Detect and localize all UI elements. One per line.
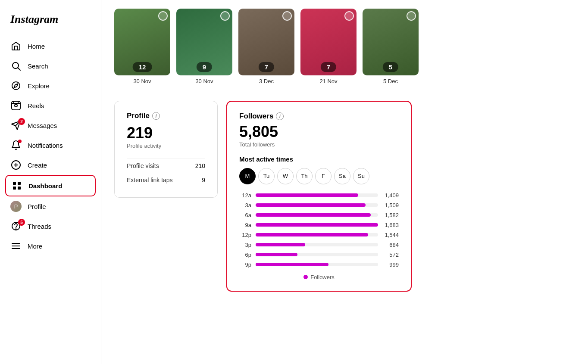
stat-label-external-taps: External link taps [127, 177, 173, 184]
bar-row-12a: 12a 1,409 [239, 192, 399, 199]
story-thumb-2: 7 [238, 9, 294, 75]
sidebar-item-create[interactable]: Create [5, 155, 96, 175]
sidebar-label-reels: Reels [28, 102, 44, 109]
bar-row-3a: 3a 1,509 [239, 202, 399, 208]
story-date-1: 30 Nov [195, 78, 213, 84]
day-btn-saturday[interactable]: Sa [334, 168, 350, 184]
bar-fill [256, 243, 305, 246]
followers-card-title: Followers i [239, 112, 399, 121]
bar-fill [256, 263, 328, 266]
story-item-1[interactable]: 9 30 Nov [176, 9, 232, 84]
sidebar-item-messages[interactable]: Messages 2 [5, 115, 96, 135]
day-btn-friday[interactable]: F [315, 168, 332, 184]
sidebar-item-dashboard[interactable]: Dashboard [5, 175, 96, 196]
more-icon [10, 240, 22, 252]
stat-value-profile-visits: 210 [195, 162, 205, 169]
day-btn-tuesday[interactable]: Tu [258, 168, 275, 184]
story-thumb-1: 9 [176, 9, 232, 75]
story-date-3: 21 Nov [319, 78, 337, 84]
bar-fill [256, 253, 297, 256]
legend-row: Followers [239, 274, 399, 280]
day-buttons: M Tu W Th F Sa Su [239, 168, 399, 184]
story-thumb-0: 12 [114, 9, 170, 75]
bar-time-label: 3p [239, 242, 251, 248]
story-item-3[interactable]: 7 21 Nov [300, 9, 357, 84]
stat-label-profile-visits: Profile visits [127, 162, 159, 169]
sidebar-item-more[interactable]: More [5, 236, 96, 256]
svg-marker-3 [14, 84, 18, 88]
day-btn-wednesday[interactable]: W [277, 168, 294, 184]
bar-fill [256, 233, 368, 236]
svg-rect-14 [13, 187, 16, 190]
bar-track [256, 223, 378, 227]
bar-row-6p: 6p 572 [239, 252, 399, 258]
svg-rect-13 [18, 182, 21, 185]
svg-rect-4 [12, 101, 20, 110]
bar-track [256, 243, 378, 246]
sidebar-item-reels[interactable]: Reels [5, 96, 96, 115]
sidebar-item-notifications[interactable]: Notifications [5, 135, 96, 155]
profile-card-title: Profile i [127, 112, 205, 120]
sidebar-label-messages: Messages [28, 122, 57, 129]
bar-time-label: 9a [239, 222, 251, 228]
bar-track [256, 253, 378, 256]
bar-value: 1,409 [382, 192, 399, 199]
sidebar-label-home: Home [28, 43, 45, 50]
sidebar-label-create: Create [28, 162, 47, 169]
followers-title-text: Followers [239, 112, 273, 121]
messages-badge: 2 [18, 118, 25, 125]
notifications-dot [18, 140, 22, 143]
profile-card: Profile i 219 Profile activity Profile v… [114, 101, 218, 198]
sidebar-item-threads[interactable]: Threads 5 [5, 216, 96, 236]
main-content: 12 30 Nov 9 30 Nov 7 3 Dec 7 21 Nov [101, 0, 588, 364]
story-item-4[interactable]: 5 5 Dec [363, 9, 419, 84]
bar-time-label: 3a [239, 202, 251, 208]
bar-row-3p: 3p 684 [239, 242, 399, 248]
bar-track [256, 213, 378, 217]
svg-line-1 [18, 68, 21, 71]
stat-row-external-taps: External link taps 9 [127, 173, 205, 187]
reels-icon [10, 100, 22, 111]
day-btn-thursday[interactable]: Th [296, 168, 313, 184]
sidebar-item-explore[interactable]: Explore [5, 76, 96, 96]
bar-time-label: 12a [239, 192, 251, 199]
sidebar-item-home[interactable]: Home [5, 36, 96, 56]
sidebar-label-profile: Profile [28, 203, 46, 210]
sidebar-item-profile[interactable]: P Profile [5, 196, 96, 216]
bar-track [256, 263, 378, 266]
bar-value: 1,582 [382, 212, 399, 218]
followers-total-label: Total followers [239, 141, 399, 148]
story-item-0[interactable]: 12 30 Nov [114, 9, 170, 84]
bar-row-12p: 12p 1,544 [239, 232, 399, 238]
home-icon [10, 40, 22, 52]
bar-row-6a: 6a 1,582 [239, 212, 399, 218]
instagram-logo[interactable]: Instagram [5, 5, 96, 36]
sidebar-item-search[interactable]: Search [5, 56, 96, 76]
profile-activity-number: 219 [127, 124, 205, 142]
day-btn-sunday[interactable]: Su [353, 168, 369, 184]
dashboard-icon [11, 180, 22, 191]
bar-fill [256, 223, 378, 227]
sidebar-label-explore: Explore [28, 82, 50, 90]
svg-rect-12 [13, 182, 16, 185]
svg-point-5 [15, 104, 17, 107]
sidebar-label-search: Search [28, 62, 48, 70]
sidebar-label-dashboard: Dashboard [28, 182, 62, 190]
followers-info-icon[interactable]: i [276, 112, 284, 120]
legend-dot [303, 275, 308, 279]
sidebar-label-threads: Threads [28, 223, 51, 230]
day-btn-monday[interactable]: M [239, 168, 256, 184]
bar-time-label: 6a [239, 212, 251, 218]
bar-row-9p: 9p 999 [239, 261, 399, 268]
bar-value: 684 [382, 242, 399, 248]
story-circle-2 [282, 11, 292, 21]
profile-activity-label: Profile activity [127, 143, 205, 149]
most-active-title: Most active times [239, 156, 399, 163]
profile-info-icon[interactable]: i [152, 112, 160, 120]
story-item-2[interactable]: 7 3 Dec [238, 9, 294, 84]
bar-fill [256, 213, 371, 217]
story-circle-4 [407, 11, 416, 21]
followers-card: Followers i 5,805 Total followers Most a… [226, 101, 412, 292]
bar-time-label: 12p [239, 232, 251, 238]
bars-container: 12a 1,409 3a 1,509 6a 1,582 9a 1,683 12p [239, 192, 399, 268]
